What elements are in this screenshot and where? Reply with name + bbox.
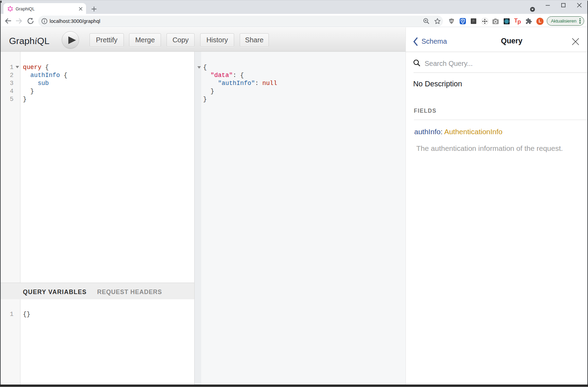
svg-text:UD: UD <box>450 20 453 22</box>
